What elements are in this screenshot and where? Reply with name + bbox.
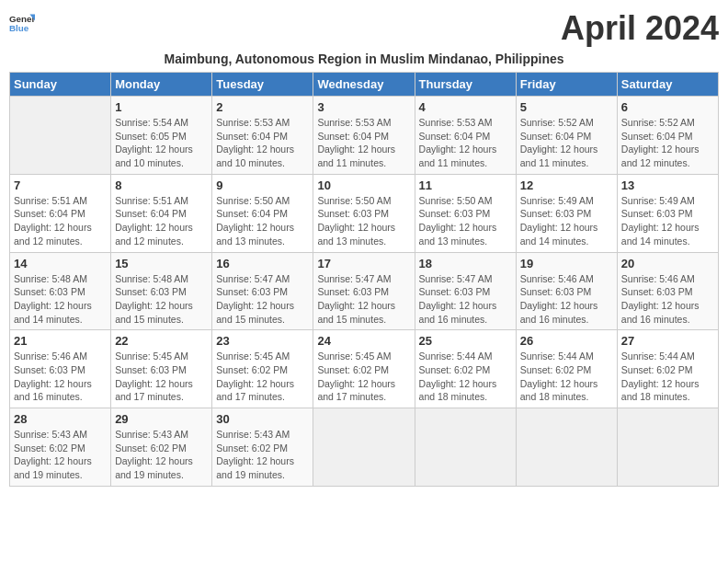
calendar-cell — [516, 408, 617, 487]
day-detail: Sunrise: 5:46 AMSunset: 6:03 PMDaylight:… — [14, 350, 107, 404]
day-detail: Sunrise: 5:45 AMSunset: 6:02 PMDaylight:… — [216, 350, 309, 404]
day-number: 22 — [115, 334, 208, 348]
day-detail: Sunrise: 5:49 AMSunset: 6:03 PMDaylight:… — [621, 194, 714, 248]
day-number: 14 — [14, 257, 107, 270]
day-number: 11 — [419, 178, 512, 192]
day-number: 17 — [317, 257, 410, 270]
calendar-cell: 13Sunrise: 5:49 AMSunset: 6:03 PMDayligh… — [617, 174, 718, 252]
calendar-week-row: 28Sunrise: 5:43 AMSunset: 6:02 PMDayligh… — [10, 408, 719, 487]
day-number: 30 — [216, 412, 309, 426]
day-detail: Sunrise: 5:53 AMSunset: 6:04 PMDaylight:… — [317, 116, 410, 170]
day-number: 24 — [317, 334, 410, 348]
calendar-cell: 24Sunrise: 5:45 AMSunset: 6:02 PMDayligh… — [313, 330, 415, 408]
calendar-subtitle: Maimbung, Autonomous Region in Muslim Mi… — [9, 52, 719, 66]
day-number: 2 — [216, 100, 309, 114]
calendar-cell: 19Sunrise: 5:46 AMSunset: 6:03 PMDayligh… — [516, 252, 617, 330]
calendar-cell: 18Sunrise: 5:47 AMSunset: 6:03 PMDayligh… — [415, 252, 516, 330]
day-detail: Sunrise: 5:46 AMSunset: 6:03 PMDaylight:… — [621, 272, 714, 327]
calendar-cell: 11Sunrise: 5:50 AMSunset: 6:03 PMDayligh… — [415, 174, 516, 252]
day-detail: Sunrise: 5:52 AMSunset: 6:04 PMDaylight:… — [520, 116, 613, 170]
calendar-cell: 17Sunrise: 5:47 AMSunset: 6:03 PMDayligh… — [313, 252, 415, 330]
day-number: 28 — [14, 412, 107, 426]
logo-icon: General Blue — [9, 9, 35, 35]
day-number: 7 — [14, 178, 107, 192]
day-number: 26 — [520, 334, 613, 348]
day-number: 27 — [621, 334, 714, 348]
day-detail: Sunrise: 5:44 AMSunset: 6:02 PMDaylight:… — [621, 350, 714, 404]
calendar-cell: 30Sunrise: 5:43 AMSunset: 6:02 PMDayligh… — [212, 408, 313, 487]
calendar-cell: 9Sunrise: 5:50 AMSunset: 6:04 PMDaylight… — [212, 174, 313, 252]
day-detail: Sunrise: 5:45 AMSunset: 6:03 PMDaylight:… — [115, 350, 208, 404]
day-number: 29 — [115, 412, 208, 426]
day-number: 3 — [317, 100, 410, 114]
day-number: 13 — [621, 178, 714, 192]
calendar-header-row: SundayMondayTuesdayWednesdayThursdayFrid… — [10, 73, 719, 97]
day-detail: Sunrise: 5:50 AMSunset: 6:03 PMDaylight:… — [419, 194, 512, 248]
calendar-cell: 28Sunrise: 5:43 AMSunset: 6:02 PMDayligh… — [10, 408, 111, 487]
calendar-cell: 16Sunrise: 5:47 AMSunset: 6:03 PMDayligh… — [212, 252, 313, 330]
day-number: 21 — [14, 334, 107, 348]
day-detail: Sunrise: 5:47 AMSunset: 6:03 PMDaylight:… — [216, 272, 309, 327]
day-number: 1 — [115, 100, 208, 114]
day-number: 23 — [216, 334, 309, 348]
calendar-cell: 1Sunrise: 5:54 AMSunset: 6:05 PMDaylight… — [111, 97, 212, 175]
day-detail: Sunrise: 5:52 AMSunset: 6:04 PMDaylight:… — [621, 116, 714, 170]
day-detail: Sunrise: 5:50 AMSunset: 6:04 PMDaylight:… — [216, 194, 309, 248]
calendar-cell: 6Sunrise: 5:52 AMSunset: 6:04 PMDaylight… — [617, 97, 718, 175]
day-header-sunday: Sunday — [10, 73, 111, 97]
day-detail: Sunrise: 5:48 AMSunset: 6:03 PMDaylight:… — [115, 272, 208, 327]
day-detail: Sunrise: 5:53 AMSunset: 6:04 PMDaylight:… — [419, 116, 512, 170]
calendar-cell: 25Sunrise: 5:44 AMSunset: 6:02 PMDayligh… — [415, 330, 516, 408]
day-detail: Sunrise: 5:46 AMSunset: 6:03 PMDaylight:… — [520, 272, 613, 327]
calendar-cell — [617, 408, 718, 487]
day-number: 5 — [520, 100, 613, 114]
calendar-cell — [10, 97, 111, 175]
calendar-cell: 26Sunrise: 5:44 AMSunset: 6:02 PMDayligh… — [516, 330, 617, 408]
day-number: 25 — [419, 334, 512, 348]
calendar-cell: 2Sunrise: 5:53 AMSunset: 6:04 PMDaylight… — [212, 97, 313, 175]
day-detail: Sunrise: 5:44 AMSunset: 6:02 PMDaylight:… — [520, 350, 613, 404]
calendar-table: SundayMondayTuesdayWednesdayThursdayFrid… — [9, 72, 719, 487]
page-header: General Blue April 2024 — [9, 9, 719, 48]
day-detail: Sunrise: 5:44 AMSunset: 6:02 PMDaylight:… — [419, 350, 512, 404]
calendar-cell: 23Sunrise: 5:45 AMSunset: 6:02 PMDayligh… — [212, 330, 313, 408]
day-number: 9 — [216, 178, 309, 192]
calendar-cell: 3Sunrise: 5:53 AMSunset: 6:04 PMDaylight… — [313, 97, 415, 175]
day-number: 6 — [621, 100, 714, 114]
day-detail: Sunrise: 5:53 AMSunset: 6:04 PMDaylight:… — [216, 116, 309, 170]
day-detail: Sunrise: 5:47 AMSunset: 6:03 PMDaylight:… — [317, 272, 410, 327]
calendar-cell: 12Sunrise: 5:49 AMSunset: 6:03 PMDayligh… — [516, 174, 617, 252]
month-title: April 2024 — [561, 9, 719, 48]
day-detail: Sunrise: 5:43 AMSunset: 6:02 PMDaylight:… — [115, 428, 208, 482]
day-number: 18 — [419, 257, 512, 270]
calendar-cell: 21Sunrise: 5:46 AMSunset: 6:03 PMDayligh… — [10, 330, 111, 408]
calendar-cell: 27Sunrise: 5:44 AMSunset: 6:02 PMDayligh… — [617, 330, 718, 408]
day-header-wednesday: Wednesday — [313, 73, 415, 97]
calendar-cell — [313, 408, 415, 487]
calendar-cell: 8Sunrise: 5:51 AMSunset: 6:04 PMDaylight… — [111, 174, 212, 252]
day-number: 4 — [419, 100, 512, 114]
day-number: 19 — [520, 257, 613, 270]
day-detail: Sunrise: 5:45 AMSunset: 6:02 PMDaylight:… — [317, 350, 410, 404]
calendar-cell: 15Sunrise: 5:48 AMSunset: 6:03 PMDayligh… — [111, 252, 212, 330]
day-detail: Sunrise: 5:51 AMSunset: 6:04 PMDaylight:… — [115, 194, 208, 248]
day-detail: Sunrise: 5:54 AMSunset: 6:05 PMDaylight:… — [115, 116, 208, 170]
calendar-cell: 7Sunrise: 5:51 AMSunset: 6:04 PMDaylight… — [10, 174, 111, 252]
calendar-cell: 20Sunrise: 5:46 AMSunset: 6:03 PMDayligh… — [617, 252, 718, 330]
day-detail: Sunrise: 5:50 AMSunset: 6:03 PMDaylight:… — [317, 194, 410, 248]
day-header-saturday: Saturday — [617, 73, 718, 97]
calendar-cell: 5Sunrise: 5:52 AMSunset: 6:04 PMDaylight… — [516, 97, 617, 175]
calendar-cell: 4Sunrise: 5:53 AMSunset: 6:04 PMDaylight… — [415, 97, 516, 175]
day-detail: Sunrise: 5:43 AMSunset: 6:02 PMDaylight:… — [216, 428, 309, 482]
day-detail: Sunrise: 5:47 AMSunset: 6:03 PMDaylight:… — [419, 272, 512, 327]
day-detail: Sunrise: 5:51 AMSunset: 6:04 PMDaylight:… — [14, 194, 107, 248]
calendar-week-row: 1Sunrise: 5:54 AMSunset: 6:05 PMDaylight… — [10, 97, 719, 175]
day-header-thursday: Thursday — [415, 73, 516, 97]
day-number: 12 — [520, 178, 613, 192]
day-detail: Sunrise: 5:43 AMSunset: 6:02 PMDaylight:… — [14, 428, 107, 482]
calendar-cell — [415, 408, 516, 487]
day-number: 15 — [115, 257, 208, 270]
calendar-cell: 22Sunrise: 5:45 AMSunset: 6:03 PMDayligh… — [111, 330, 212, 408]
day-detail: Sunrise: 5:48 AMSunset: 6:03 PMDaylight:… — [14, 272, 107, 327]
calendar-week-row: 14Sunrise: 5:48 AMSunset: 6:03 PMDayligh… — [10, 252, 719, 330]
